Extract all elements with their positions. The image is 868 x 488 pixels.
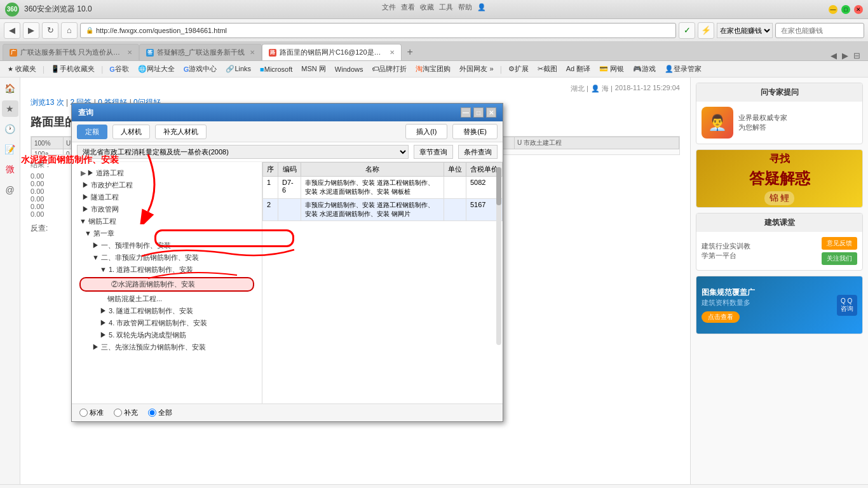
tree-item-pipe-rebar[interactable]: ▶ 4. 市政管网工程钢筋制作、安装 [77,317,257,329]
modal-minimize[interactable]: — [461,107,471,118]
bm-links[interactable]: 🔗Links [222,64,255,74]
bm-google[interactable]: G 谷歌 [105,63,133,75]
bm-taobao[interactable]: 淘淘宝团购 [412,63,454,75]
tb-icon: 淘 [416,64,423,74]
tree-item-tunnel-rebar[interactable]: ▶ 3. 隧道工程钢筋制作、安装 [77,305,257,317]
bm-windows[interactable]: Windows [331,64,367,74]
tab-2[interactable]: 答 答疑解惑_广联达服务新干线 ✕ [139,44,262,60]
bm-nav[interactable]: 🌐网址大全 [134,63,179,75]
bm-microsoft[interactable]: ■Microsoft [256,64,296,74]
bm-mobile[interactable]: 📱手机收藏夹 [47,63,98,75]
boost-button[interactable]: ⚡ [698,22,714,39]
menu-view[interactable]: 查看 [401,3,415,12]
back-button[interactable]: ◀ [4,22,20,39]
tab-list[interactable]: ⊟ [853,51,860,60]
menu-user[interactable]: 👤 [477,3,486,11]
tree-item-nonpre[interactable]: ▼ 二、非预应力筋钢筋制作、安装 [77,252,257,264]
tree-item-road-rebar[interactable]: ▼ 1. 道路工程钢筋制作、安装 [77,264,257,276]
radio-buchu-label[interactable]: 补充 [114,408,138,417]
modal-close[interactable]: ✕ [486,107,496,118]
tree-item-embed[interactable]: ▶ 一、预埋件制作、安装 [77,240,257,252]
modal-maximize[interactable]: □ [473,107,484,118]
tab-1-close[interactable]: ✕ [127,49,132,56]
modal-condition-btn[interactable]: 条件查询 [458,145,498,159]
new-tab-button[interactable]: + [402,44,418,60]
modal-scrollbar[interactable] [496,167,501,345]
modal-db-select[interactable]: 湖北省市政工程消耗量定额及统一基价表(2008) [77,145,409,159]
bm-foreign[interactable]: 外国网友 » [456,63,497,75]
radio-all-label[interactable]: 全部 [148,408,172,417]
close-button[interactable]: ✕ [854,5,863,14]
tab-3-close[interactable]: ✕ [390,49,395,56]
feedback-button[interactable]: 意见反馈 [822,237,857,250]
table-row-1[interactable]: 1 D7-6 非预应力钢筋制作、安装 道路工程钢筋制作、安装 水泥道面钢筋制作、… [263,177,503,199]
search-input[interactable] [775,23,864,38]
maximize-button[interactable]: □ [841,5,850,14]
bm-games[interactable]: G游戏中心 [180,63,221,75]
table-row-2[interactable]: 2 非预应力钢筋制作、安装 道路工程钢筋制作、安装 水泥道面钢筋制作、安装 钢网… [263,199,503,221]
modal-section-btn[interactable]: 章节查询 [414,145,453,159]
find-answer-card[interactable]: 寻找 答疑解惑 锦 鲤 [696,149,863,208]
atlas-cta-button[interactable]: 点击查看 [702,311,740,323]
radio-all[interactable] [148,409,156,417]
radio-buchu[interactable] [114,409,122,417]
tab-1[interactable]: 广 广联达服务新干线 只为造价从业... ✕ [3,44,139,60]
bm-ext[interactable]: ⚙扩展 [505,63,532,75]
atlas-card[interactable]: 图集规范覆盖广 建筑资料数量多 点击查看 Q Q咨询 [696,276,863,334]
modal-scroll-thumb[interactable] [496,167,501,205]
tab-3[interactable]: 路 路面里的钢筋网片C16@120是套... ✕ [262,44,402,60]
bm-login[interactable]: 👤登录管家 [661,63,705,75]
views-link[interactable]: 浏览13 次 [31,98,64,107]
forward-button[interactable]: ▶ [23,22,39,39]
tree-item-road[interactable]: ▶ ▶ 道路工程 [77,167,257,179]
building-class-card[interactable]: 建筑课堂 建筑行业实训教 学第一平台 意见反馈 关注我们 [696,213,863,271]
search-engine-select[interactable]: 在家也能赚钱 [717,23,773,38]
bm-msn[interactable]: MSN 网 [297,63,330,75]
bm-favorites[interactable]: ★收藏夹 [4,63,40,75]
sidebar-note-icon[interactable]: 📝 [2,141,18,158]
tree-item-tunnel[interactable]: ▶ 隧道工程 [77,191,257,203]
tab-next[interactable]: ▶ [842,51,848,60]
radio-standard-label[interactable]: 标准 [79,408,104,417]
tree-item-twin[interactable]: ▶ 5. 双轮先场内浇成型钢筋 [77,329,257,341]
tab-2-close[interactable]: ✕ [250,49,255,56]
sidebar-home-icon[interactable]: 🏠 [2,80,18,97]
tree-item-ch1[interactable]: ▼ 第一章 [77,227,257,240]
radio-standard[interactable] [79,409,88,417]
tree-item-fence[interactable]: ▶ 市政护栏工程 [77,179,257,191]
bm-deals[interactable]: 🏷品牌打折 [368,63,410,75]
bm-screenshot[interactable]: ✂截图 [534,63,561,75]
sidebar-mail-icon[interactable]: @ [2,182,18,198]
bm-translate[interactable]: Ad 翻译 [562,63,595,75]
tree-item-cement-surface[interactable]: ②水泥路面钢筋制作、安装 [79,277,254,292]
bm-bank[interactable]: 💳 网银 [595,63,628,75]
game-icon: G [184,65,189,73]
tree-item-rebar[interactable]: ▼ 钢筋工程 [77,215,257,227]
bm-gaming[interactable]: 🎮游戏 [629,63,660,75]
qq-consult-btn[interactable]: Q Q咨询 [837,295,857,316]
home-button[interactable]: ⌂ [61,22,78,39]
tree-item-pipe[interactable]: ▶ 市政管网 [77,203,257,215]
refresh-button[interactable]: ↻ [42,22,58,39]
tab-prev[interactable]: ◀ [831,51,837,60]
sidebar-star-icon[interactable]: ★ [2,100,18,117]
modal-tab-rencaiji[interactable]: 人材机 [112,125,150,139]
window-controls: — □ ✕ [829,5,863,14]
modal-tab-dinge[interactable]: 定额 [77,125,107,139]
follow-button[interactable]: 关注我们 [822,252,857,265]
modal-tab-buchu[interactable]: 补充人材机 [155,125,207,139]
menu-help[interactable]: 帮助 [458,3,472,12]
tree-item-posttension[interactable]: ▶ 四、后张法预应力钢筋制作、安装 [77,353,257,355]
modal-replace-btn[interactable]: 替换(E) [452,124,498,139]
tree-item-pretension[interactable]: ▶ 三、先张法预应力钢筋制作、安装 [77,341,257,353]
sidebar-weibo-icon[interactable]: 微 [2,161,18,178]
menu-favorites[interactable]: 收藏 [420,3,434,12]
menu-tools[interactable]: 工具 [439,3,453,12]
address-bar[interactable]: 🔒 http://e.fwxgx.com/question_1984661.ht… [80,23,676,38]
refresh-security[interactable]: ✓ [679,22,695,39]
sidebar-history-icon[interactable]: 🕐 [2,121,18,137]
tree-item-concrete[interactable]: 钢筋混凝土工程... [77,293,257,305]
minimize-button[interactable]: — [829,5,837,14]
modal-insert-btn[interactable]: 插入(I) [405,124,447,139]
menu-file[interactable]: 文件 [382,3,396,12]
